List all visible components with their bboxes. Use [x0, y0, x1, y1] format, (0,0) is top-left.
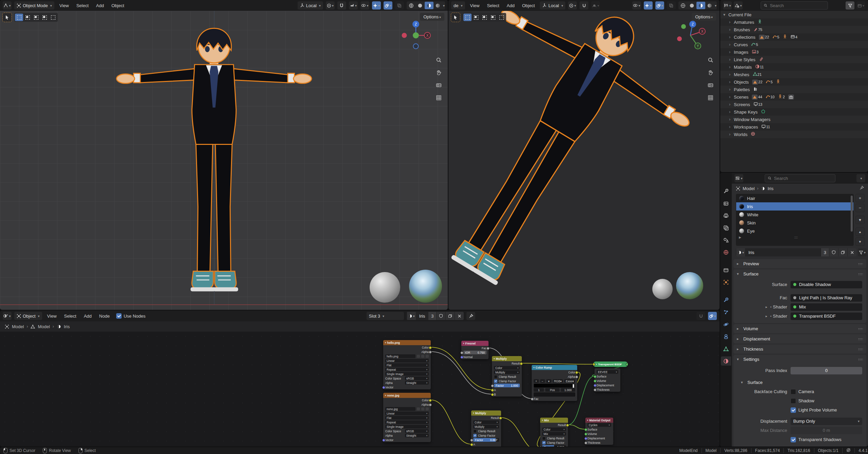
editor-type-button[interactable]	[3, 1, 12, 10]
select-box-button[interactable]	[463, 14, 472, 21]
shading-rendered-button[interactable]	[433, 2, 442, 9]
surface-shader-value[interactable]: Disable Shadow	[791, 281, 862, 288]
visibility-eye-button[interactable]	[632, 1, 641, 10]
disclosure-closed-icon[interactable]: ›	[728, 72, 732, 77]
outliner-item-objects[interactable]: ›Objects225	[720, 78, 868, 86]
node-mix[interactable]: ▾MixResultColor▾Mix▾Clamp ResultClamp Fa…	[540, 418, 568, 447]
xray-toggle[interactable]	[667, 1, 676, 10]
select-subtract-button[interactable]	[480, 14, 489, 21]
options-dropdown[interactable]: Options	[692, 13, 716, 21]
collection-options-button[interactable]	[856, 1, 865, 10]
pan-hand-icon[interactable]	[436, 70, 442, 77]
menu-add[interactable]: Add	[94, 3, 106, 8]
viewport-3d-user[interactable]: de View Select Add Object Local	[448, 0, 720, 310]
show-overlays-button[interactable]	[384, 1, 392, 10]
panel-displacement[interactable]: ▸Displacement	[733, 334, 866, 343]
select-intersect-button[interactable]	[49, 14, 57, 21]
light-probe-volume-checkbox[interactable]	[791, 407, 796, 413]
shading-solid-button[interactable]	[688, 2, 696, 9]
outliner-item-worlds[interactable]: ›Worlds	[720, 131, 868, 138]
node-material-output[interactable]: ▾Material OutputCycles▾SurfaceVolumeDisp…	[585, 418, 613, 445]
zoom-icon[interactable]	[708, 57, 713, 64]
menu-view[interactable]: View	[45, 314, 59, 319]
viewport-3d-front[interactable]: Object Mode View Select Add Object Local	[0, 0, 448, 310]
disclosure-closed-icon[interactable]: ›	[728, 132, 732, 137]
snap-magnet-icon[interactable]	[696, 312, 705, 320]
properties-tab-box[interactable]	[721, 265, 731, 274]
camera-view-icon[interactable]	[436, 82, 442, 89]
mode-select[interactable]: Object Mode	[14, 1, 54, 10]
snap-magnet-icon[interactable]	[337, 1, 346, 10]
properties-tab-viewlayer[interactable]	[721, 223, 731, 232]
outliner-item-brushes[interactable]: ›Brushes75	[720, 26, 868, 33]
outliner-root-row[interactable]: ▾ Current File	[720, 11, 868, 18]
shader2-value[interactable]: Transparent BSDF	[791, 313, 862, 320]
properties-tab-tool[interactable]	[721, 295, 731, 304]
search-input[interactable]	[773, 175, 832, 181]
shading-wireframe-button[interactable]	[407, 2, 416, 9]
properties-tab-render[interactable]	[721, 199, 731, 208]
unlink-x-icon[interactable]	[455, 312, 464, 320]
browse-material-button[interactable]	[736, 248, 745, 256]
menu-object[interactable]: Object	[109, 3, 127, 8]
properties-tab-data[interactable]	[721, 344, 731, 353]
pan-hand-icon[interactable]	[708, 70, 713, 77]
disclosure-closed-icon[interactable]: ›	[728, 80, 732, 84]
navigation-gizmo[interactable]	[400, 20, 431, 51]
select-intersect-button[interactable]	[497, 14, 506, 21]
outliner-item-line-styles[interactable]: ›Line Styles	[720, 56, 868, 63]
node-hello-png[interactable]: ▾hello.pngColorAlphahello.pngLinear▾Flat…	[383, 340, 431, 389]
shading-rendered-button[interactable]	[705, 2, 714, 9]
panel-thickness[interactable]: ▸Thickness	[733, 344, 866, 354]
select-extend-button[interactable]	[472, 14, 480, 21]
menu-add[interactable]: Add	[82, 314, 94, 319]
pivot-point-button[interactable]	[326, 1, 335, 10]
disclosure-closed-icon[interactable]: ▸	[737, 262, 741, 266]
copy-datablock-icon[interactable]	[445, 312, 455, 320]
outliner-item-collections[interactable]: ›Collections2254	[720, 33, 868, 41]
mode-select-truncated[interactable]: de	[451, 1, 465, 10]
snap-settings-button[interactable]	[349, 1, 358, 10]
ortho-grid-icon[interactable]	[436, 95, 442, 102]
grip-dots-icon[interactable]: ::::	[794, 236, 798, 239]
filter-funnel-button[interactable]	[846, 1, 854, 10]
transform-orientation-select[interactable]: Local	[540, 1, 565, 10]
material-users-count[interactable]: 3	[821, 248, 829, 256]
options-dropdown[interactable]: Options	[420, 13, 444, 21]
fake-user-shield-icon[interactable]	[436, 312, 445, 320]
panel-settings[interactable]: ▾Settings Pass Index 0 ▾Surface Backface…	[733, 355, 866, 447]
render-method-select[interactable]: Dithered	[791, 447, 862, 447]
navigation-gizmo[interactable]	[675, 20, 706, 51]
move-slot-down-button[interactable]: ▼	[855, 237, 865, 246]
disclosure-closed-icon[interactable]: ›	[728, 65, 732, 69]
fac-value[interactable]: Light Path | Is Shadow Ray	[791, 294, 862, 302]
corner-arrow-icon[interactable]: ▶	[739, 236, 741, 239]
copy-datablock-icon[interactable]	[838, 248, 847, 256]
material-slot-select[interactable]: Slot 3	[367, 312, 404, 320]
material-users-count[interactable]: 3	[428, 312, 436, 320]
editor-type-button[interactable]	[734, 174, 743, 182]
pin-icon[interactable]	[860, 186, 864, 191]
outliner-item-shape-keys[interactable]: ›Shape Keys	[720, 108, 868, 116]
properties-tab-world[interactable]	[721, 248, 731, 257]
disclosure-closed-icon[interactable]: ›	[728, 124, 732, 129]
properties-tab-constraints[interactable]	[721, 332, 731, 341]
node-nono-jpg[interactable]: ▾nono.jpgColorAlphanono.jpgLinear▾Flat▾R…	[383, 393, 431, 442]
material-name[interactable]: Iris	[416, 314, 428, 319]
node-fresnel[interactable]: ▾FresnelFacIOR0.750Normal	[461, 341, 489, 359]
outliner-item-palettes[interactable]: ›Palettes	[720, 86, 868, 93]
outliner-item-images[interactable]: ›Images3	[720, 48, 868, 56]
select-box-button[interactable]	[15, 14, 23, 21]
node-multiply[interactable]: ▾MultiplyResultColor▾Multiply▾Clamp Resu…	[492, 356, 522, 397]
character-model-front[interactable]	[95, 12, 333, 307]
panel-preview[interactable]: ▸Preview	[733, 259, 866, 268]
move-slot-up-button[interactable]: ▲	[855, 228, 865, 236]
disclosure-closed-icon[interactable]: ▸	[764, 314, 769, 318]
xray-toggle[interactable]	[395, 1, 404, 10]
shading-solid-button[interactable]	[416, 2, 425, 9]
properties-editor[interactable]: Model › Iris HairIrisWhiteSkinEye▶:::: +…	[720, 173, 868, 447]
displacement-select[interactable]: Bump Only	[791, 418, 862, 425]
disclosure-closed-icon[interactable]: ›	[728, 50, 732, 54]
menu-select[interactable]: Select	[74, 3, 91, 8]
disclosure-closed-icon[interactable]: ›	[728, 95, 732, 99]
